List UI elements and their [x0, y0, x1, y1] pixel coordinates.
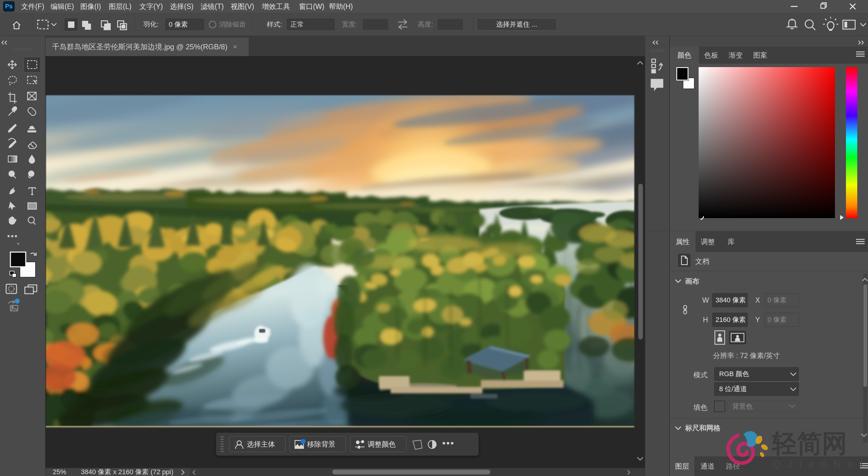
svg-text:轻简网: 轻简网: [771, 430, 847, 457]
svg-text:QJianNet: QJianNet: [772, 458, 868, 470]
